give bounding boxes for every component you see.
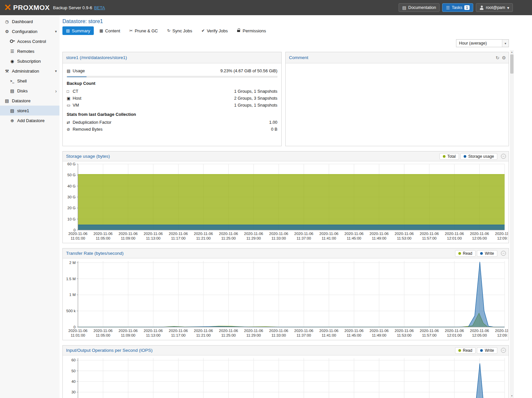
collapse-icon[interactable]: − bbox=[501, 348, 506, 353]
sidebar-item-label: Dashboard bbox=[12, 19, 33, 24]
legend-dot bbox=[480, 252, 483, 255]
svg-text:11:05:00: 11:05:00 bbox=[96, 333, 110, 337]
svg-text:11:53:00: 11:53:00 bbox=[397, 236, 411, 240]
sidebar-item-label: Access Control bbox=[17, 39, 46, 44]
beta-link[interactable]: BETA bbox=[94, 5, 105, 10]
sidebar-item-disks[interactable]: ▤ Disks › bbox=[0, 86, 59, 96]
svg-text:11:33:00: 11:33:00 bbox=[271, 236, 286, 240]
svg-text:2020-11-06: 2020-11-06 bbox=[344, 232, 364, 236]
sidebar-item-label: Shell bbox=[17, 79, 27, 83]
chevron-right-icon[interactable]: › bbox=[55, 88, 57, 93]
sidebar-item-add-datastore[interactable]: ⊕ Add Datastore bbox=[0, 116, 59, 125]
tasks-count-badge: 1 bbox=[464, 5, 470, 10]
legend-dot bbox=[458, 252, 461, 255]
legend-item-read[interactable]: Read bbox=[455, 347, 476, 354]
desktop-icon: ▭ bbox=[67, 103, 73, 108]
svg-text:2020-11-06: 2020-11-06 bbox=[119, 232, 138, 236]
documentation-button[interactable]: ▤ Documentation bbox=[399, 3, 440, 12]
svg-text:2020-11-06: 2020-11-06 bbox=[244, 329, 263, 333]
legend-item-write[interactable]: Write bbox=[477, 347, 497, 354]
gears-icon: ⚙ bbox=[4, 29, 10, 34]
sidebar-item-label: Remotes bbox=[17, 49, 34, 54]
sidebar-item-label: Disks bbox=[17, 88, 28, 93]
sidebar-item-remotes[interactable]: ☰ Remotes bbox=[0, 46, 59, 56]
svg-text:2020-11-06: 2020-11-06 bbox=[370, 232, 389, 236]
sidebar-item-administration[interactable]: ⚒ Administration ▾ bbox=[0, 66, 59, 76]
svg-text:2020-11-06: 2020-11-06 bbox=[169, 232, 188, 236]
svg-text:2020-11-06: 2020-11-06 bbox=[93, 329, 113, 333]
gc-stats-title: Stats from last Garbage Collection bbox=[67, 112, 277, 117]
sidebar-item-configuration[interactable]: ⚙ Configuration ▾ bbox=[0, 26, 59, 36]
svg-text:11:57:00: 11:57:00 bbox=[422, 333, 437, 337]
sidebar-item-datastore[interactable]: ▤ Datastore bbox=[0, 96, 59, 106]
gear-icon[interactable]: ⚙ bbox=[502, 55, 506, 60]
sidebar-item-access-control[interactable]: Access Control bbox=[0, 36, 59, 46]
tasks-label: Tasks bbox=[452, 5, 462, 10]
user-label: root@pam bbox=[486, 5, 505, 10]
chart-legend: TotalStorage usage bbox=[440, 153, 497, 160]
svg-text:2020-11-06: 2020-11-06 bbox=[495, 329, 508, 333]
svg-text:12:01:00: 12:01:00 bbox=[447, 236, 462, 240]
panel-title: store1 (/mnt/datastores/store1) bbox=[66, 55, 127, 60]
scroll-down-icon[interactable]: ▼ bbox=[510, 394, 514, 398]
tab-prune-gc[interactable]: ✂ Prune & GC bbox=[126, 26, 161, 35]
collapse-icon[interactable]: − bbox=[501, 251, 506, 256]
svg-text:12:05:00: 12:05:00 bbox=[472, 236, 487, 240]
scroll-up-icon[interactable]: ▲ bbox=[510, 50, 514, 54]
svg-text:11:25:00: 11:25:00 bbox=[221, 333, 236, 337]
svg-text:20 G: 20 G bbox=[67, 206, 76, 210]
legend-item-total[interactable]: Total bbox=[440, 153, 459, 160]
sidebar: ◷ Dashboard ⚙ Configuration ▾ Access Con… bbox=[0, 15, 59, 398]
product-name: Backup Server 0.9-6 bbox=[53, 5, 92, 10]
scrollbar-thumb[interactable] bbox=[510, 54, 514, 74]
sidebar-item-subscription[interactable]: ◉ Subscription bbox=[0, 56, 59, 66]
svg-text:11:45:00: 11:45:00 bbox=[347, 236, 361, 240]
collapse-icon[interactable]: − bbox=[501, 154, 506, 159]
tab-sync-jobs[interactable]: ↻ Sync Jobs bbox=[163, 26, 196, 35]
svg-text:2020-11-06: 2020-11-06 bbox=[269, 329, 288, 333]
tab-permissions[interactable]: Permissions bbox=[233, 26, 270, 35]
usage-bar-fill bbox=[67, 76, 87, 77]
timeframe-select[interactable]: Hour (average) ▾ bbox=[456, 39, 509, 47]
svg-text:12:05:00: 12:05:00 bbox=[472, 333, 487, 337]
removed-bytes-row: ⊘ Removed Bytes 0 B bbox=[67, 126, 277, 133]
sidebar-item-dashboard[interactable]: ◷ Dashboard bbox=[0, 17, 59, 26]
legend-label: Write bbox=[485, 251, 494, 256]
chart-svg: 0500 k1 M1.5 M2 M2020-11-0611:01:002020-… bbox=[63, 258, 508, 339]
plus-circle-icon: ⊕ bbox=[9, 118, 15, 123]
svg-text:11:05:00: 11:05:00 bbox=[96, 236, 110, 240]
sidebar-item-shell[interactable]: >_ Shell bbox=[0, 76, 59, 86]
svg-text:2020-11-06: 2020-11-06 bbox=[194, 329, 213, 333]
chart-area: 010 G20 G30 G40 G50 G60 G2020-11-0611:01… bbox=[63, 161, 509, 243]
comment-body[interactable] bbox=[286, 63, 509, 146]
server-icon: ☰ bbox=[9, 49, 15, 54]
legend-item-storage-usage[interactable]: Storage usage bbox=[460, 153, 497, 160]
chevron-down-icon[interactable]: ▾ bbox=[55, 29, 57, 34]
tab-summary[interactable]: ▤ Summary bbox=[62, 26, 94, 35]
sidebar-item-label: Add Datastore bbox=[17, 118, 45, 123]
tasks-button[interactable]: ☰ Tasks 1 bbox=[442, 3, 473, 12]
sidebar-item-label: store1 bbox=[17, 108, 29, 113]
documentation-label: Documentation bbox=[408, 5, 436, 10]
circle-arrow-icon[interactable]: ↻ bbox=[496, 55, 500, 60]
legend-item-read[interactable]: Read bbox=[455, 250, 476, 257]
chevron-down-icon[interactable]: ▾ bbox=[55, 69, 57, 73]
svg-text:2020-11-06: 2020-11-06 bbox=[319, 232, 338, 236]
tab-content[interactable]: ▦ Content bbox=[96, 26, 124, 35]
vertical-scrollbar[interactable]: ▲ ▼ bbox=[510, 50, 514, 398]
legend-item-write[interactable]: Write bbox=[477, 250, 497, 257]
tab-verify-jobs[interactable]: ✔ Verify Jobs bbox=[198, 26, 231, 35]
timeframe-value: Hour (average) bbox=[456, 41, 502, 46]
legend-dot bbox=[458, 349, 461, 352]
chevron-down-icon[interactable]: ▾ bbox=[502, 40, 509, 47]
datastore-summary-panel: store1 (/mnt/datastores/store1) ▤ Usage … bbox=[62, 52, 282, 146]
svg-text:2 M: 2 M bbox=[69, 261, 76, 265]
sidebar-item-store1[interactable]: ▤ store1 bbox=[0, 106, 59, 116]
check-circle-icon: ✔ bbox=[201, 28, 205, 33]
svg-text:2020-11-06: 2020-11-06 bbox=[144, 329, 163, 333]
app-header: ✕ PROXMOX Backup Server 0.9-6 BETA ▤ Doc… bbox=[0, 0, 532, 15]
page-title: Datastore: store1 bbox=[62, 15, 509, 26]
svg-text:12:09:00: 12:09:00 bbox=[497, 236, 508, 240]
sidebar-item-label: Administration bbox=[12, 69, 39, 74]
user-menu-button[interactable]: root@pam ▾ bbox=[476, 3, 513, 12]
